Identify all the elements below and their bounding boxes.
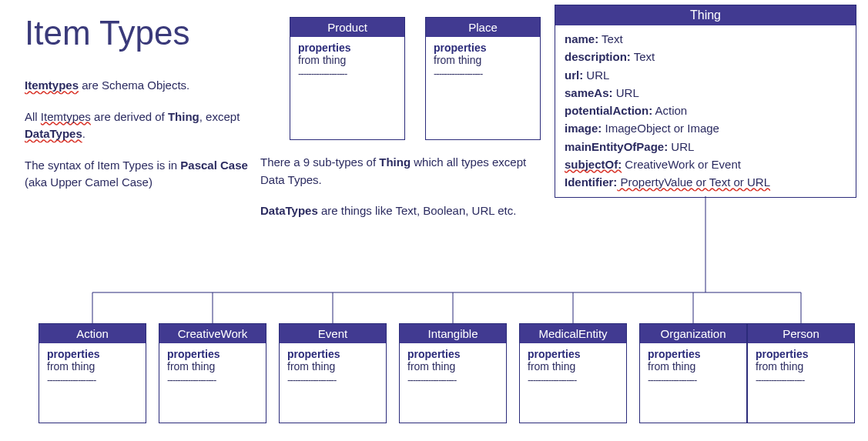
intro-p2g: . (82, 127, 85, 140)
thing-prop-val: Action (652, 104, 687, 117)
thing-prop-val: CreativeWork or Event (622, 158, 741, 171)
thing-prop-val: Text (598, 32, 622, 45)
mid-thing: Thing (379, 155, 411, 169)
box-dash: ------------------- (167, 374, 258, 386)
box-header: Organization (640, 324, 746, 343)
thing-prop-key: image: (565, 122, 602, 135)
box-from: from thing (47, 360, 138, 373)
intro-datatypes: DataTypes (25, 127, 82, 140)
box-product: Product properties from thing ----------… (290, 17, 405, 140)
thing-prop-val: URL (583, 68, 609, 82)
box-dash: ------------------- (528, 374, 618, 386)
box-prop: properties (648, 348, 739, 360)
box-from: from thing (528, 360, 618, 373)
mid-text: There a 9 sub-types of Thing which all t… (260, 154, 530, 234)
intro-p2b: Itemtypes (41, 110, 91, 123)
box-place: Place properties from thing ------------… (425, 17, 541, 140)
box-prop: properties (287, 348, 378, 360)
box-dash: ------------------- (648, 374, 739, 386)
box-place-from: from thing (434, 54, 532, 66)
box-prop: properties (528, 348, 618, 360)
box-from: from thing (167, 360, 258, 373)
box-organization: Organizationpropertiesfrom thing--------… (639, 323, 747, 423)
intro-pascal: Pascal Case (180, 159, 248, 172)
thing-prop-val: Text (631, 50, 655, 63)
thing-prop-val: ImageObject or Image (602, 122, 719, 135)
box-from: from thing (648, 360, 739, 373)
mid-p2b: are things like Text, Boolean, URL etc. (318, 204, 517, 217)
box-thing: Thing name: Textdescription: Texturl: UR… (555, 5, 856, 198)
thing-prop-key: name: (565, 32, 598, 45)
box-prop: properties (167, 348, 258, 360)
thing-prop-val: PropertyValue or Text or URL (617, 175, 770, 189)
box-place-prop: properties (434, 42, 532, 54)
box-header: Action (39, 324, 146, 343)
box-medicalentity: MedicalEntitypropertiesfrom thing-------… (519, 323, 627, 423)
intro-p3c: (aka Upper Camel Case) (25, 175, 152, 189)
box-header: CreativeWork (159, 324, 266, 343)
box-header: MedicalEntity (520, 324, 626, 343)
thing-prop-key: description: (565, 50, 631, 63)
box-event: Eventpropertiesfrom thing---------------… (279, 323, 387, 423)
intro-p1b: are Schema Objects. (79, 79, 189, 92)
mid-datatypes: DataTypes (260, 204, 318, 217)
page-title: Item Types (25, 14, 189, 52)
box-from: from thing (407, 360, 498, 373)
box-product-title: Product (290, 18, 404, 37)
box-action: Actionpropertiesfrom thing--------------… (39, 323, 146, 423)
mid-p1a: There a 9 sub-types of (260, 155, 379, 169)
intro-itemtypes: Itemtypes (25, 79, 79, 92)
box-product-from: from thing (298, 54, 397, 66)
box-intangible: Intangiblepropertiesfrom thing----------… (399, 323, 507, 423)
box-header: Intangible (400, 324, 506, 343)
thing-prop-val: URL (668, 140, 694, 153)
box-dash: ------------------- (47, 374, 138, 386)
thing-prop-key: subjectOf: (565, 158, 622, 171)
thing-prop-key: url: (565, 68, 583, 82)
intro-p2e: , except (199, 110, 240, 123)
box-creativework: CreativeWorkpropertiesfrom thing--------… (159, 323, 266, 423)
intro-p2a: All (25, 110, 41, 123)
box-prop: properties (407, 348, 498, 360)
box-thing-title: Thing (555, 5, 856, 25)
box-prop: properties (756, 348, 846, 360)
thing-prop-key: sameAs: (565, 86, 613, 99)
thing-prop-val: URL (613, 86, 639, 99)
box-header: Person (748, 324, 854, 343)
box-product-prop: properties (298, 42, 397, 54)
intro-text: Itemtypes are Schema Objects. All Itemty… (25, 77, 248, 205)
intro-p3a: The syntax of Item Types is in (25, 159, 180, 172)
thing-prop-key: Identifier: (565, 175, 617, 189)
box-header: Event (280, 324, 386, 343)
box-from: from thing (756, 360, 846, 373)
box-dash: ------------------- (287, 374, 378, 386)
thing-prop-key: mainEntityOfPage: (565, 140, 668, 153)
box-person: Personpropertiesfrom thing--------------… (747, 323, 855, 423)
box-product-dash: ------------------- (298, 68, 397, 79)
intro-thing: Thing (168, 110, 199, 123)
intro-p2c: are derived of (91, 110, 168, 123)
box-dash: ------------------- (407, 374, 498, 386)
box-prop: properties (47, 348, 138, 360)
box-dash: ------------------- (756, 374, 846, 386)
box-from: from thing (287, 360, 378, 373)
thing-prop-key: potentialAction: (565, 104, 652, 117)
box-place-dash: ------------------- (434, 68, 532, 79)
box-place-title: Place (426, 18, 540, 37)
